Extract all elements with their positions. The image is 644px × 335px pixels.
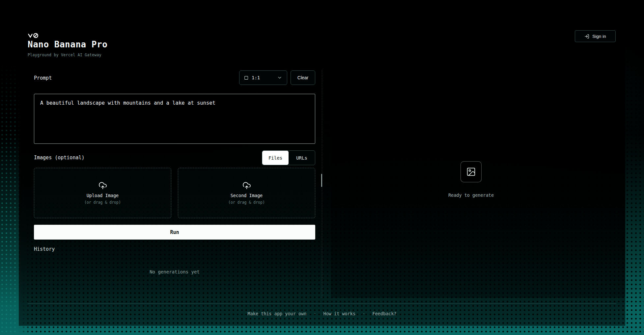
footer-link-feedback[interactable]: Feedback? bbox=[372, 311, 396, 316]
image-icon bbox=[466, 167, 476, 177]
history-empty-text: No generations yet bbox=[34, 269, 315, 274]
log-in-icon bbox=[584, 34, 589, 39]
preview-placeholder: Ready to generate bbox=[331, 161, 611, 198]
upload-title: Second Image bbox=[231, 193, 263, 198]
cloud-upload-icon bbox=[242, 181, 251, 190]
app-background: Nano Banana Pro Playground by Vercel AI … bbox=[0, 0, 644, 335]
page-title: Nano Banana Pro bbox=[28, 39, 107, 49]
square-aspect-icon bbox=[244, 76, 248, 80]
v0-logo bbox=[28, 33, 41, 39]
footer-divider bbox=[28, 303, 616, 304]
image-source-tabs: Files URLs bbox=[262, 150, 315, 165]
prompt-input[interactable]: A beautiful landscape with mountains and… bbox=[34, 94, 315, 144]
tab-files[interactable]: Files bbox=[262, 151, 289, 165]
sign-in-label: Sign in bbox=[592, 34, 606, 39]
sign-in-button[interactable]: Sign in bbox=[575, 30, 616, 42]
resize-handle[interactable] bbox=[321, 174, 322, 187]
cloud-upload-icon bbox=[98, 181, 107, 190]
footer-link-how-it-works[interactable]: How it works bbox=[323, 311, 356, 316]
chevron-down-icon bbox=[277, 75, 282, 80]
page-subtitle: Playground by Vercel AI Gateway bbox=[28, 53, 101, 57]
run-button[interactable]: Run bbox=[34, 225, 315, 240]
upload-title: Upload Image bbox=[87, 193, 119, 198]
clear-button[interactable]: Clear bbox=[291, 70, 315, 85]
preview-icon-box bbox=[461, 161, 482, 182]
second-image-dropzone[interactable]: Second Image (or drag & drop) bbox=[178, 168, 315, 218]
footer-separator: · bbox=[314, 311, 316, 316]
upload-hint: (or drag & drop) bbox=[228, 200, 265, 205]
preview-status-text: Ready to generate bbox=[448, 193, 494, 198]
footer-link-make-your-own[interactable]: Make this app your own bbox=[248, 311, 307, 316]
upload-image-dropzone[interactable]: Upload Image (or drag & drop) bbox=[34, 168, 171, 218]
footer: Make this app your own · How it works · … bbox=[0, 311, 644, 316]
upload-hint: (or drag & drop) bbox=[84, 200, 121, 205]
images-section-label: Images (optional) bbox=[34, 155, 85, 161]
aspect-ratio-value: 1:1 bbox=[252, 75, 260, 80]
aspect-ratio-select[interactable]: 1:1 bbox=[239, 70, 287, 85]
history-label: History bbox=[34, 246, 55, 252]
prompt-label: Prompt bbox=[34, 75, 52, 81]
tab-urls[interactable]: URLs bbox=[289, 151, 315, 165]
footer-separator: · bbox=[363, 311, 365, 316]
